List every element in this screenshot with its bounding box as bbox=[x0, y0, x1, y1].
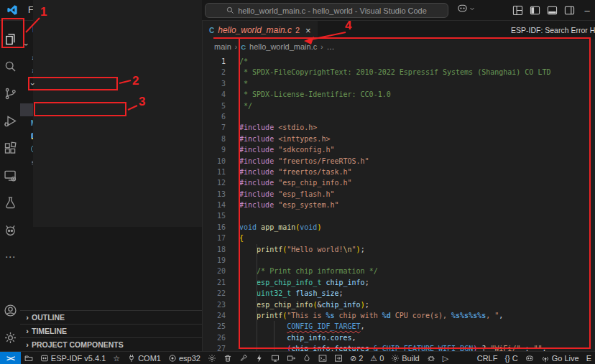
code-editor[interactable]: 1/*2 * SPDX-FileCopyrightText: 2010-2022… bbox=[203, 54, 595, 351]
section-timeline[interactable]: ›TIMELINE bbox=[20, 324, 202, 337]
minimize-button[interactable]: – bbox=[581, 5, 594, 16]
code-line-19[interactable]: 19 bbox=[203, 255, 595, 266]
command-center-search[interactable]: hello_world_main.c - hello_world - Visua… bbox=[205, 3, 448, 18]
status-build-task[interactable]: Build bbox=[387, 352, 423, 364]
breadcrumb-file[interactable]: hello_world_main.c bbox=[249, 42, 317, 51]
espidf-search-error-hint-button[interactable]: ESP-IDF: Search Error Hint bbox=[507, 21, 595, 39]
code-line-24[interactable]: 24 printf("This is %s chip with %d CPU c… bbox=[203, 310, 595, 321]
status-open-folder[interactable] bbox=[21, 352, 37, 364]
code-line-21[interactable]: 21 esp_chip_info_t chip_info; bbox=[203, 277, 595, 288]
status-run[interactable]: ▷ bbox=[439, 352, 452, 364]
code-line-14[interactable]: 14#include "esp_system.h" bbox=[203, 200, 595, 210]
activity-espressif[interactable] bbox=[0, 216, 20, 243]
status-problems-errors[interactable]: ⊘2 bbox=[346, 352, 366, 364]
indent-guide bbox=[257, 321, 257, 332]
breadcrumb[interactable]: main › C hello_world_main.c › … bbox=[203, 39, 595, 54]
activity-account[interactable] bbox=[0, 297, 20, 324]
activity-testing[interactable] bbox=[0, 189, 20, 216]
status-menuconfig[interactable] bbox=[204, 352, 220, 364]
section-label: OUTLINE bbox=[32, 313, 65, 322]
code-line-25[interactable]: 25 CONFIG_IDF_TARGET, bbox=[203, 321, 595, 332]
status-serial-port[interactable]: COM1 bbox=[124, 352, 165, 364]
code-line-12[interactable]: 12#include "esp_chip_info.h" bbox=[203, 177, 595, 188]
code-line-4[interactable]: 4 * SPDX-License-Identifier: CC0-1.0 bbox=[203, 89, 595, 100]
breadcrumb-folder[interactable]: main bbox=[214, 42, 231, 51]
toggle-panel-icon[interactable] bbox=[546, 5, 558, 16]
toggle-secondary-sidebar-icon[interactable] bbox=[563, 5, 576, 16]
activity-explorer[interactable] bbox=[0, 25, 20, 52]
activity-run-and-debug[interactable] bbox=[0, 107, 20, 134]
code-text: void app_main(void) bbox=[239, 222, 595, 233]
code-line-22[interactable]: 22 uint32_t flash_size; bbox=[203, 288, 595, 299]
gear-icon bbox=[208, 354, 216, 363]
code-line-6[interactable]: 6 bbox=[203, 111, 595, 122]
tab-hello-world-main[interactable]: C hello_world_main.c 2 × bbox=[203, 21, 318, 39]
code-line-13[interactable]: 13#include "esp_flash.h" bbox=[203, 189, 595, 200]
code-line-27[interactable]: 27 (chip_info.features & CHIP_FEATURE_WI… bbox=[203, 343, 595, 351]
line-number: 5 bbox=[203, 101, 234, 111]
line-number: 2 bbox=[203, 67, 234, 78]
status-go-live[interactable]: Go Live bbox=[538, 352, 583, 364]
code-line-8[interactable]: 8#include <inttypes.h> bbox=[203, 134, 595, 144]
tree-item-hello-world[interactable]: ›HELLO_WORLD bbox=[20, 38, 202, 51]
customize-layout-icon[interactable] bbox=[512, 5, 524, 16]
activity-extensions[interactable] bbox=[0, 134, 20, 162]
code-line-9[interactable]: 9#include "sdkconfig.h" bbox=[203, 144, 595, 155]
status-device-target[interactable]: esp32 bbox=[165, 352, 204, 364]
flask-icon bbox=[3, 195, 18, 210]
close-icon[interactable]: × bbox=[305, 25, 311, 36]
status-monitor[interactable] bbox=[267, 352, 283, 364]
status-clipped-item[interactable]: E bbox=[583, 352, 595, 364]
breadcrumb-symbol[interactable]: … bbox=[327, 42, 335, 51]
status-full-clean[interactable] bbox=[220, 352, 236, 364]
code-text: #include <stdio.h> bbox=[239, 122, 595, 133]
copilot-menu[interactable] bbox=[457, 3, 475, 14]
activity-search[interactable] bbox=[0, 52, 20, 80]
status-go-live-label: Go Live bbox=[552, 354, 579, 363]
status-remote[interactable]: >< bbox=[0, 352, 21, 364]
status-problems-warnings[interactable]: ⚠0 bbox=[366, 352, 387, 364]
braces-icon: {} bbox=[504, 355, 509, 363]
activity-source-control[interactable] bbox=[0, 80, 20, 107]
code-line-15[interactable]: 15 bbox=[203, 210, 595, 221]
status-esp-idf-version[interactable]: ESP-IDF v5.4.1 bbox=[37, 352, 109, 364]
status-custom-task[interactable] bbox=[331, 352, 346, 364]
status-debug[interactable] bbox=[423, 352, 439, 364]
section-outline[interactable]: ›OUTLINE bbox=[20, 310, 202, 324]
activity-remote-explorer[interactable] bbox=[0, 162, 20, 189]
code-line-11[interactable]: 11#include "freertos/task.h" bbox=[203, 167, 595, 177]
toggle-sidebar-icon[interactable] bbox=[529, 5, 541, 16]
search-icon bbox=[3, 59, 18, 74]
line-number: 1 bbox=[203, 56, 234, 67]
status-copilot[interactable] bbox=[522, 352, 538, 364]
status-openocd[interactable] bbox=[236, 352, 252, 364]
section-project-components[interactable]: ›PROJECT COMPONENTS bbox=[20, 337, 202, 351]
line-number: 26 bbox=[203, 332, 234, 343]
activity-more[interactable]: ⋯ bbox=[0, 243, 20, 271]
activity-settings[interactable] bbox=[0, 324, 20, 351]
status-eol[interactable]: CRLF bbox=[474, 352, 502, 364]
code-line-10[interactable]: 10#include "freertos/FreeRTOS.h" bbox=[203, 156, 595, 167]
status-flash[interactable] bbox=[252, 352, 267, 364]
code-text: /* Print chip information */ bbox=[239, 266, 595, 276]
code-line-16[interactable]: 16void app_main(void) bbox=[203, 222, 595, 233]
code-line-3[interactable]: 3 * bbox=[203, 78, 595, 89]
code-line-2[interactable]: 2 * SPDX-FileCopyrightText: 2010-2022 Es… bbox=[203, 67, 595, 78]
code-line-26[interactable]: 26 chip_info.cores, bbox=[203, 332, 595, 343]
status-star[interactable]: ☆ bbox=[109, 352, 124, 364]
status-language-mode[interactable]: {}C bbox=[501, 352, 521, 364]
files-icon bbox=[3, 32, 18, 47]
code-line-5[interactable]: 5 */ bbox=[203, 101, 595, 111]
status-terminal[interactable] bbox=[315, 352, 331, 364]
copilot-icon bbox=[457, 3, 468, 14]
indent-guide bbox=[274, 343, 275, 351]
code-line-1[interactable]: 1/* bbox=[203, 56, 595, 67]
code-line-17[interactable]: 17{ bbox=[203, 233, 595, 243]
status-build-flash-monitor[interactable] bbox=[299, 352, 315, 364]
code-line-7[interactable]: 7#include <stdio.h> bbox=[203, 122, 595, 133]
code-line-20[interactable]: 20 /* Print chip information */ bbox=[203, 266, 595, 276]
status-flash-device[interactable] bbox=[283, 352, 299, 364]
code-line-23[interactable]: 23 esp_chip_info(&chip_info); bbox=[203, 299, 595, 310]
code-text bbox=[239, 111, 595, 122]
code-line-18[interactable]: 18 printf("Hello world!\n"); bbox=[203, 244, 595, 255]
